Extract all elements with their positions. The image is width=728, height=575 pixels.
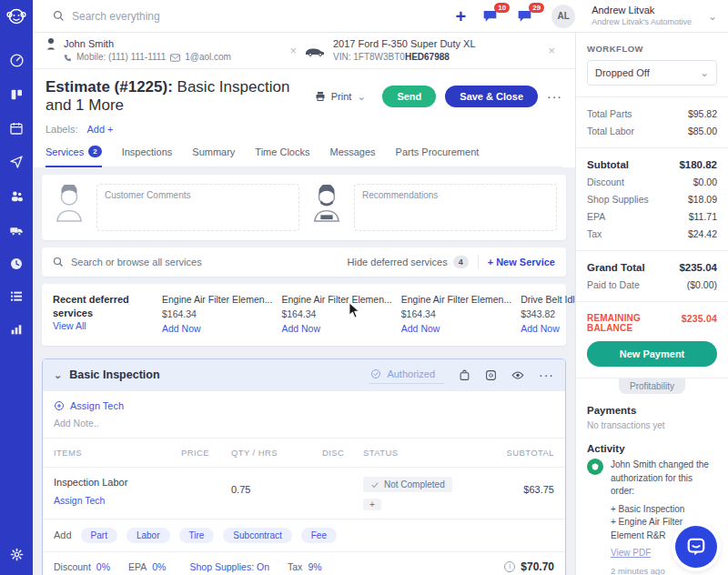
sidebar-item-reports[interactable] bbox=[9, 322, 24, 337]
save-close-button[interactable]: Save & Close bbox=[445, 86, 538, 107]
sidebar-item-timeclocks[interactable] bbox=[9, 257, 24, 271]
sidebar-item-customers[interactable] bbox=[9, 188, 25, 204]
customer-comments-input[interactable]: Customer Comments bbox=[96, 184, 299, 231]
add-fee-button[interactable]: Fee bbox=[301, 528, 337, 543]
quick-add-button[interactable]: + bbox=[455, 7, 466, 25]
main-area: John Smith Mobile: (111) 111-1111 1@aol.… bbox=[33, 33, 575, 575]
authorized-status-badge[interactable]: Authorized bbox=[369, 367, 444, 384]
user-organization: Andrew Litvak's Automotive bbox=[592, 17, 692, 27]
tab-summary[interactable]: Summary bbox=[192, 146, 235, 166]
tab-time-clocks[interactable]: Time Clocks bbox=[255, 146, 309, 166]
deferred-name: Engine Air Filter Elemen... bbox=[401, 293, 511, 308]
sidebar-item-vehicles[interactable] bbox=[8, 223, 25, 237]
search-icon bbox=[53, 257, 64, 267]
item-qty[interactable]: 0.75 bbox=[231, 477, 299, 495]
person-icon bbox=[46, 37, 56, 50]
view-all-link[interactable]: View All bbox=[53, 320, 153, 331]
sidebar-item-messages[interactable] bbox=[9, 155, 24, 169]
paid-to-date-value: ($0.00) bbox=[687, 279, 717, 290]
services-count-badge: 2 bbox=[88, 146, 101, 157]
row-assign-tech-link[interactable]: Assign Tech bbox=[54, 495, 181, 506]
payments-heading: Payments bbox=[587, 405, 717, 416]
assign-tech-link[interactable]: Assign Tech bbox=[54, 400, 554, 411]
user-avatar[interactable]: AL bbox=[551, 5, 575, 28]
deferred-name: Engine Air Filter Elemen... bbox=[162, 293, 272, 308]
epa-label: EPA bbox=[587, 211, 605, 222]
estimate-header: Estimate (#1225): Basic Inspection and 1… bbox=[33, 69, 575, 167]
new-payment-button[interactable]: New Payment bbox=[587, 341, 717, 367]
hide-deferred-toggle[interactable]: Hide deferred services 4 bbox=[348, 256, 469, 268]
grand-total-label: Grand Total bbox=[587, 262, 645, 273]
sidebar-item-workflow[interactable] bbox=[9, 87, 24, 102]
service-search-input[interactable] bbox=[71, 257, 289, 267]
tax-value[interactable]: 9% bbox=[308, 561, 321, 572]
workflow-chevron-icon bbox=[700, 66, 709, 79]
user-info[interactable]: Andrew Litvak Andrew Litvak's Automotive bbox=[592, 5, 692, 27]
shopmonkey-logo[interactable] bbox=[0, 0, 33, 33]
search-icon bbox=[53, 10, 65, 22]
epa-value[interactable]: 0% bbox=[152, 561, 166, 572]
discount-label: Discount bbox=[587, 177, 624, 187]
add-status-button[interactable]: + bbox=[363, 499, 381, 510]
message-count-badge: 29 bbox=[529, 3, 544, 13]
add-subcontract-button[interactable]: Subcontract bbox=[223, 528, 291, 543]
tab-parts-procurement[interactable]: Parts Procurement bbox=[396, 146, 480, 166]
add-now-link[interactable]: Add Now bbox=[162, 322, 272, 337]
sidebar-item-calendar[interactable] bbox=[9, 121, 24, 136]
activity-detail: + Basic Inspection bbox=[611, 503, 717, 517]
epa-value: $11.71 bbox=[689, 211, 717, 222]
service-more-icon[interactable] bbox=[539, 368, 554, 382]
global-search-input[interactable] bbox=[72, 10, 345, 23]
item-status-dropdown[interactable]: Not Completed bbox=[363, 477, 452, 492]
vehicle-summary[interactable]: 2017 Ford F-350 Super Duty XL VIN: 1FT8W… bbox=[304, 37, 541, 64]
view-pdf-link[interactable]: View PDF bbox=[611, 547, 651, 560]
deferred-item: Engine Air Filter Elemen... $164.34 Add … bbox=[162, 293, 272, 336]
tab-services[interactable]: Services 2 bbox=[46, 146, 102, 167]
remove-customer-icon[interactable] bbox=[282, 44, 304, 57]
send-button[interactable]: Send bbox=[382, 86, 436, 107]
collapse-chevron-icon[interactable] bbox=[54, 369, 62, 381]
sidebar-item-dashboard[interactable] bbox=[9, 53, 25, 68]
chat-widget-button[interactable] bbox=[675, 526, 717, 568]
mechanic-illustration-avatar bbox=[308, 184, 345, 224]
total-labor-label: Total Labor bbox=[587, 126, 634, 136]
grand-total-value: $235.04 bbox=[679, 262, 717, 273]
new-service-button[interactable]: + New Service bbox=[488, 257, 555, 267]
user-menu-chevron-icon[interactable] bbox=[708, 10, 717, 23]
customer-summary[interactable]: John Smith Mobile: (111) 111-1111 1@aol.… bbox=[46, 37, 282, 64]
print-button[interactable]: Print bbox=[308, 86, 374, 107]
workflow-select[interactable]: Dropped Off bbox=[587, 60, 717, 86]
add-labor-button[interactable]: Labor bbox=[126, 528, 170, 543]
discount-value[interactable]: 0% bbox=[96, 561, 110, 572]
parts-basket-icon[interactable] bbox=[459, 369, 470, 381]
shop-supplies-toggle[interactable]: Shop Supplies: On bbox=[189, 561, 269, 572]
remove-vehicle-icon[interactable] bbox=[541, 44, 562, 57]
mention-icon[interactable] bbox=[485, 369, 497, 381]
add-now-link[interactable]: Add Now bbox=[521, 322, 575, 337]
eye-icon[interactable] bbox=[511, 370, 524, 380]
activity-text: John Smith changed the authorization for… bbox=[611, 459, 717, 499]
tab-inspections[interactable]: Inspections bbox=[122, 146, 173, 166]
sidebar-item-settings[interactable] bbox=[0, 547, 33, 562]
add-now-link[interactable]: Add Now bbox=[281, 322, 391, 337]
recommendations-input[interactable]: Recommendations bbox=[354, 184, 557, 231]
gear-icon bbox=[9, 547, 25, 562]
add-now-link[interactable]: Add Now bbox=[401, 322, 511, 337]
deferred-item: Engine Air Filter Elemen... $164.34 Add … bbox=[401, 293, 511, 336]
add-label-button[interactable]: Add + bbox=[86, 124, 113, 135]
service-card-header[interactable]: Basic Inspection Authorized bbox=[43, 359, 565, 391]
add-tire-button[interactable]: Tire bbox=[179, 528, 215, 543]
info-icon: i bbox=[504, 561, 515, 572]
deferred-name: Engine Air Filter Elemen... bbox=[281, 293, 391, 308]
add-part-button[interactable]: Part bbox=[81, 528, 117, 543]
more-actions-icon[interactable] bbox=[547, 89, 562, 104]
sidebar-item-lists[interactable] bbox=[9, 290, 24, 303]
notifications-button[interactable]: 10 bbox=[482, 9, 500, 24]
messages-button[interactable]: 29 bbox=[517, 9, 535, 24]
profitability-tab[interactable]: Profitability bbox=[619, 378, 685, 394]
item-row-inspection-labor[interactable]: Inspection Labor Assign Tech 0.75 Not Co… bbox=[43, 468, 565, 520]
order-summary-panel: WORKFLOW Dropped Off Total Parts$95.82 T… bbox=[575, 33, 728, 575]
tab-messages[interactable]: Messages bbox=[329, 146, 375, 166]
add-note-input[interactable]: Add Note.. bbox=[54, 418, 554, 429]
envelope-icon bbox=[170, 54, 180, 62]
